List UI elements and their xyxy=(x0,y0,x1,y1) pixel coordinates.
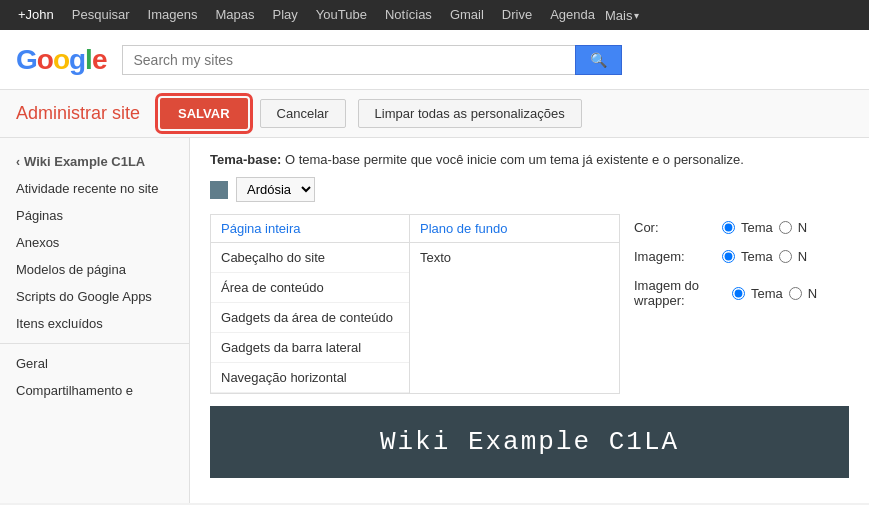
nav-drive[interactable]: Drive xyxy=(494,0,540,30)
sidebar-item-excluidos[interactable]: Itens excluídos xyxy=(0,310,189,337)
save-button[interactable]: SALVAR xyxy=(160,98,248,129)
sidebar-item-geral[interactable]: Geral xyxy=(0,350,189,377)
sidebar-item-atividade[interactable]: Atividade recente no site xyxy=(0,175,189,202)
option-row-cor: Cor: Tema N xyxy=(634,220,835,235)
nav-play[interactable]: Play xyxy=(265,0,306,30)
nav-pesquisar[interactable]: Pesquisar xyxy=(64,0,138,30)
theme-base-info: Tema-base: O tema-base permite que você … xyxy=(210,152,849,167)
admin-bar: Administrar site SALVAR Cancelar Limpar … xyxy=(0,90,869,138)
theme-select-row: Ardósia xyxy=(210,177,849,202)
search-button[interactable]: 🔍 xyxy=(575,45,622,75)
label-imagem-n: N xyxy=(798,249,807,264)
section-cabecalho[interactable]: Cabeçalho do site xyxy=(211,243,409,273)
option-label-wrapper: Imagem do wrapper: xyxy=(634,278,724,308)
nav-agenda[interactable]: Agenda xyxy=(542,0,603,30)
search-bar-container: 🔍 xyxy=(122,45,622,75)
admin-title: Administrar site xyxy=(16,103,140,124)
theme-select[interactable]: Ardósia xyxy=(236,177,315,202)
nav-youtube[interactable]: YouTube xyxy=(308,0,375,30)
nav-plus-john[interactable]: +John xyxy=(10,0,62,30)
section-area-conteudo[interactable]: Área de conteúdo xyxy=(211,273,409,303)
sections-header: Página inteira xyxy=(211,215,409,243)
top-navigation-bar: +John Pesquisar Imagens Mapas Play YouTu… xyxy=(0,0,869,30)
preview-banner: Wiki Example C1LA xyxy=(210,406,849,478)
option-row-wrapper: Imagem do wrapper: Tema N xyxy=(634,278,835,308)
nav-mais[interactable]: Mais xyxy=(605,8,639,23)
section-gadgets-area[interactable]: Gadgets da área de conteúdo xyxy=(211,303,409,333)
radio-cor-n[interactable] xyxy=(779,221,792,234)
nav-imagens[interactable]: Imagens xyxy=(140,0,206,30)
radio-wrapper-tema[interactable] xyxy=(732,287,745,300)
label-wrapper-tema: Tema xyxy=(751,286,783,301)
label-cor-tema: Tema xyxy=(741,220,773,235)
sidebar-item-scripts[interactable]: Scripts do Google Apps xyxy=(0,283,189,310)
sidebar-item-modelos[interactable]: Modelos de página xyxy=(0,256,189,283)
search-input[interactable] xyxy=(122,45,575,75)
sidebar-wiki-title: ‹ Wiki Example C1LA xyxy=(0,148,189,175)
background-header: Plano de fundo xyxy=(410,215,619,243)
theme-base-label: Tema-base: xyxy=(210,152,281,167)
nav-gmail[interactable]: Gmail xyxy=(442,0,492,30)
theme-color-box xyxy=(210,181,228,199)
background-item-texto[interactable]: Texto xyxy=(410,243,619,272)
radio-group-cor: Tema N xyxy=(722,220,807,235)
preview-banner-title: Wiki Example C1LA xyxy=(380,427,679,457)
theme-base-desc: O tema-base permite que você inicie com … xyxy=(285,152,744,167)
radio-group-imagem: Tema N xyxy=(722,249,807,264)
section-gadgets-barra[interactable]: Gadgets da barra lateral xyxy=(211,333,409,363)
radio-imagem-n[interactable] xyxy=(779,250,792,263)
option-row-imagem: Imagem: Tema N xyxy=(634,249,835,264)
sidebar-item-paginas[interactable]: Páginas xyxy=(0,202,189,229)
main-layout: ‹ Wiki Example C1LA Atividade recente no… xyxy=(0,138,869,503)
cancel-button[interactable]: Cancelar xyxy=(260,99,346,128)
clear-button[interactable]: Limpar todas as personalizações xyxy=(358,99,582,128)
nav-mapas[interactable]: Mapas xyxy=(207,0,262,30)
radio-cor-tema[interactable] xyxy=(722,221,735,234)
google-logo[interactable]: Google xyxy=(16,44,106,76)
sidebar-item-anexos[interactable]: Anexos xyxy=(0,229,189,256)
option-label-imagem: Imagem: xyxy=(634,249,714,264)
option-label-cor: Cor: xyxy=(634,220,714,235)
sidebar: ‹ Wiki Example C1LA Atividade recente no… xyxy=(0,138,190,503)
content-area: Tema-base: O tema-base permite que você … xyxy=(190,138,869,503)
section-navegacao[interactable]: Navegação horizontal xyxy=(211,363,409,393)
back-arrow-icon[interactable]: ‹ xyxy=(16,155,20,169)
columns-layout: Página inteira Cabeçalho do site Área de… xyxy=(210,214,849,394)
sidebar-item-compartilhamento[interactable]: Compartilhamento e xyxy=(0,377,189,404)
sections-column: Página inteira Cabeçalho do site Área de… xyxy=(210,214,410,394)
background-column: Plano de fundo Texto xyxy=(410,214,620,394)
radio-group-wrapper: Tema N xyxy=(732,286,817,301)
radio-imagem-tema[interactable] xyxy=(722,250,735,263)
nav-noticias[interactable]: Notícias xyxy=(377,0,440,30)
google-header: Google 🔍 xyxy=(0,30,869,90)
label-wrapper-n: N xyxy=(808,286,817,301)
radio-wrapper-n[interactable] xyxy=(789,287,802,300)
label-cor-n: N xyxy=(798,220,807,235)
options-column: Cor: Tema N Imagem: Tema N xyxy=(620,214,849,394)
label-imagem-tema: Tema xyxy=(741,249,773,264)
